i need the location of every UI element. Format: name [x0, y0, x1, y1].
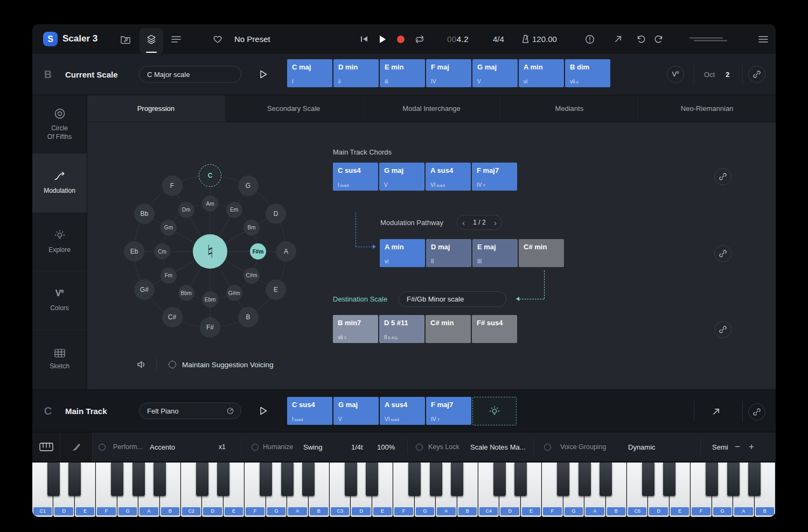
chord-g-maj[interactable]: G majV: [379, 163, 424, 191]
circle-node-g[interactable]: G: [238, 176, 259, 196]
perform-value[interactable]: Accento: [150, 443, 175, 451]
voice-grouping-radio[interactable]: [544, 444, 551, 451]
chord-f-maj[interactable]: F majIV: [426, 59, 471, 87]
black-key[interactable]: [196, 463, 208, 496]
scale-select[interactable]: C Major scale: [139, 66, 241, 83]
circle-node-am[interactable]: Am: [202, 195, 218, 212]
chord-d-maj[interactable]: D majII: [426, 239, 471, 267]
voice-grouping-value[interactable]: Dynamic: [628, 443, 656, 451]
humanize-value[interactable]: Swing: [303, 443, 322, 451]
circle-node-g-m[interactable]: G#m: [226, 285, 242, 301]
track-link-button[interactable]: [748, 403, 765, 421]
chord-g-maj[interactable]: G majV: [333, 397, 379, 425]
circle-node-c-m[interactable]: C#m: [243, 268, 260, 284]
black-key[interactable]: [557, 463, 569, 496]
skip-back-button[interactable]: [355, 24, 373, 54]
track-play-button[interactable]: [259, 406, 268, 416]
tab-neo-riemannian[interactable]: Neo-Riemannian: [638, 95, 776, 122]
tab-progression[interactable]: Progression: [87, 95, 225, 122]
black-key[interactable]: [430, 463, 442, 496]
circle-node-e[interactable]: E: [266, 279, 286, 300]
circle-node-cm[interactable]: Cm: [154, 243, 170, 260]
circle-node-c[interactable]: C: [199, 164, 221, 187]
mixer-lines-icon[interactable]: [687, 36, 730, 43]
black-key[interactable]: [642, 463, 654, 496]
circle-center-natural[interactable]: ♮: [193, 234, 227, 269]
black-key[interactable]: [111, 463, 123, 496]
chord-c-sus4[interactable]: C sus4Isus4: [333, 163, 378, 191]
black-key[interactable]: [281, 463, 294, 496]
scale-link-button[interactable]: [748, 66, 765, 83]
octave-value[interactable]: 2: [726, 71, 729, 79]
tempo-display[interactable]: 120.00: [532, 34, 557, 44]
suggest-chord-button[interactable]: [472, 397, 517, 425]
black-key[interactable]: [302, 463, 315, 496]
preset-browser-icon[interactable]: [116, 24, 135, 54]
black-key[interactable]: [706, 463, 718, 496]
circle-node-f[interactable]: F: [162, 176, 183, 196]
sidebar-item-sketch[interactable]: Sketch: [32, 330, 87, 389]
sidebar-item-circle-of-fifths[interactable]: CircleOf Fifths: [32, 95, 87, 154]
black-key[interactable]: [451, 463, 463, 496]
circle-node-g[interactable]: G#: [134, 279, 155, 300]
circle-node-d[interactable]: D: [266, 204, 286, 224]
chord-f-maj7[interactable]: F maj7IV7: [426, 397, 471, 425]
black-key[interactable]: [345, 463, 357, 496]
black-key[interactable]: [260, 463, 272, 496]
semi-minus-button[interactable]: −: [735, 442, 740, 452]
hamburger-menu-icon[interactable]: [754, 24, 772, 54]
instrument-select[interactable]: Felt Piano: [139, 403, 241, 419]
sidebar-item-colors[interactable]: V9Colors: [32, 271, 87, 330]
circle-node-bb[interactable]: Bb: [134, 204, 155, 224]
black-key[interactable]: [133, 463, 145, 496]
articulation-brush-button[interactable]: [60, 432, 93, 461]
black-key[interactable]: [663, 463, 675, 496]
circle-node-em[interactable]: Em: [226, 202, 242, 218]
keyslock-radio[interactable]: [416, 444, 423, 451]
circle-node-c[interactable]: C#: [162, 307, 183, 327]
black-key[interactable]: [579, 463, 591, 496]
perform-mult[interactable]: x1: [219, 443, 226, 451]
layers-view-icon[interactable]: [142, 24, 161, 54]
pathway-link-button[interactable]: [714, 245, 732, 262]
black-key[interactable]: [408, 463, 421, 496]
chord-g-maj[interactable]: G majV: [472, 59, 518, 87]
destination-scale-select[interactable]: F#/Gb Minor scale: [399, 291, 506, 307]
black-key[interactable]: [366, 463, 378, 496]
main-chords-link-button[interactable]: [714, 168, 732, 185]
chord-a-min[interactable]: A minvi: [380, 239, 425, 267]
sidebar-item-explore[interactable]: Explore: [32, 213, 87, 271]
chord-c-min[interactable]: C# min: [426, 315, 471, 343]
pager-prev-icon[interactable]: ‹: [462, 218, 465, 227]
redo-icon[interactable]: [650, 24, 668, 54]
time-signature[interactable]: 4/4: [493, 34, 504, 44]
black-key[interactable]: [217, 463, 229, 496]
circle-node-ebm[interactable]: Ebm: [202, 291, 218, 307]
song-position-display[interactable]: 004.2: [447, 34, 469, 44]
chord-a-min[interactable]: A minvi: [519, 59, 564, 87]
mini-keyboard-toggle[interactable]: [32, 432, 60, 461]
circle-node-bm[interactable]: Bm: [243, 220, 260, 236]
perform-radio[interactable]: [99, 444, 106, 451]
chord-b-min7[interactable]: B min7vii7: [333, 315, 378, 343]
circle-node-bbm[interactable]: Bbm: [178, 285, 194, 301]
voicing-badge-button[interactable]: V9: [667, 66, 684, 83]
black-key[interactable]: [600, 463, 612, 496]
circle-node-gm[interactable]: Gm: [161, 220, 177, 236]
pager-next-icon[interactable]: ›: [494, 218, 497, 227]
speaker-icon[interactable]: [137, 360, 147, 369]
destination-link-button[interactable]: [714, 321, 732, 338]
chord-b-dim[interactable]: B dimviio: [565, 59, 610, 87]
track-export-icon[interactable]: [712, 408, 720, 416]
tab-mediants[interactable]: Mediants: [500, 95, 638, 122]
chord-c-maj[interactable]: C majI: [287, 59, 332, 87]
circle-node-dm[interactable]: Dm: [178, 202, 194, 218]
circle-node-f-m[interactable]: F#m: [250, 243, 266, 260]
chord-d-5-11[interactable]: D 5 #11II5 #11: [379, 315, 424, 343]
maintain-voicing-radio[interactable]: [169, 361, 176, 368]
chord-a-sus4[interactable]: A sus4VIsus4: [426, 163, 471, 191]
black-key[interactable]: [68, 463, 81, 496]
chord-d-min[interactable]: D minii: [333, 59, 379, 87]
alert-info-icon[interactable]: [581, 24, 599, 54]
circle-node-b[interactable]: B: [238, 307, 259, 327]
